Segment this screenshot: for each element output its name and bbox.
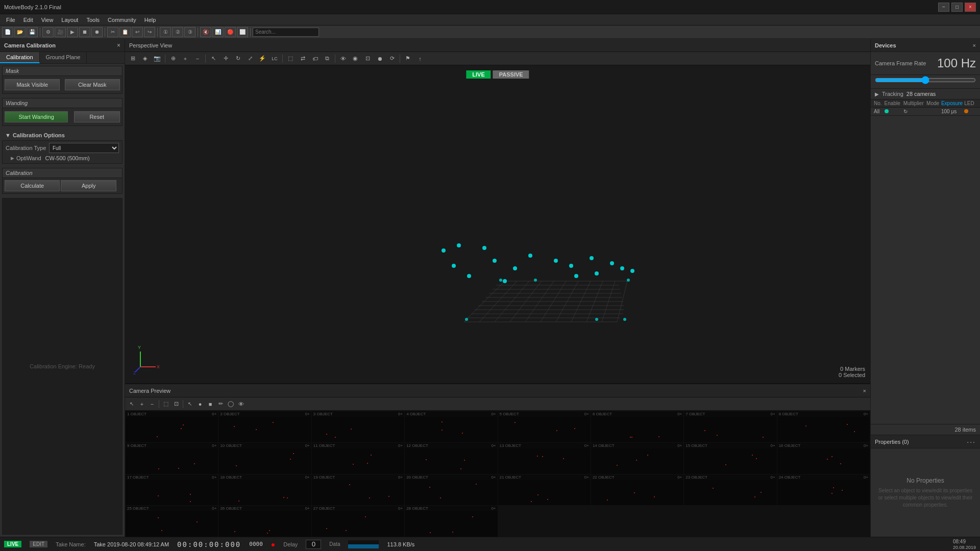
tb-btn-15[interactable]: 🔴 (225, 27, 236, 37)
mask-visible-button[interactable]: Mask Visible (5, 79, 60, 90)
cam-cell-body-27[interactable] (312, 511, 404, 537)
tb-btn-10[interactable]: ① (160, 27, 171, 37)
cam-cell-body-26[interactable] (218, 511, 311, 537)
tb-btn-7[interactable]: 📋 (119, 27, 131, 37)
close-left-panel-button[interactable]: × (117, 42, 120, 49)
cam-cell-body-1[interactable] (126, 417, 218, 442)
cp-zoom-in-button[interactable]: + (137, 399, 146, 409)
pv-extra-1[interactable]: ⚑ (402, 54, 413, 64)
pv-zoom-out[interactable]: − (192, 54, 203, 64)
cam-cell-body-12[interactable] (405, 448, 497, 474)
cp-edit-button[interactable]: ⊡ (172, 399, 181, 409)
reset-wanding-button[interactable]: Reset (74, 111, 120, 122)
cam-cell-body-18[interactable] (218, 480, 311, 506)
calibration-options-header[interactable]: ▼ Calibration Options (2, 130, 122, 140)
passive-button[interactable]: PASSIVE (493, 70, 529, 79)
open-button[interactable]: 📂 (14, 27, 26, 37)
tb-btn-16[interactable]: ⬜ (237, 27, 248, 37)
pv-camera-button[interactable]: 📷 (152, 54, 163, 64)
pv-sync-button[interactable]: ⇄ (297, 54, 308, 64)
frame-rate-slider[interactable] (875, 76, 976, 84)
cam-cell-body-6[interactable] (591, 417, 683, 442)
tb-btn-13[interactable]: 🔇 (200, 27, 211, 37)
close-devices-button[interactable]: × (973, 42, 976, 48)
cam-cell-body-14[interactable] (591, 448, 683, 474)
record-indicator[interactable]: ● (271, 540, 275, 548)
pv-grid-button[interactable]: ⊞ (127, 54, 138, 64)
pv-select-button[interactable]: ↖ (208, 54, 219, 64)
cam-cell-body-9[interactable] (126, 448, 218, 474)
cp-arrow-button[interactable]: ↖ (185, 399, 194, 409)
cp-zoom-out-button[interactable]: − (148, 399, 157, 409)
cam-cell-body-13[interactable] (498, 448, 591, 474)
cam-cell-body-21[interactable] (498, 480, 591, 506)
cam-cell-body-16[interactable] (777, 448, 870, 474)
tb-btn-11[interactable]: ② (172, 27, 183, 37)
properties-menu-button[interactable]: ··· (967, 438, 976, 446)
tb-btn-14[interactable]: 📊 (212, 27, 224, 37)
tb-btn-8[interactable]: ↩ (132, 27, 143, 37)
pv-track-button[interactable]: ⊡ (362, 54, 373, 64)
clear-mask-button[interactable]: Clear Mask (65, 79, 120, 90)
cam-cell-body-8[interactable] (777, 417, 870, 442)
cam-cell-body-22[interactable] (591, 480, 683, 506)
pv-scale-button[interactable]: ⤢ (244, 54, 256, 64)
cp-select-button[interactable]: ↖ (127, 399, 136, 409)
cam-cell-body-11[interactable] (312, 448, 404, 474)
menu-file[interactable]: File (2, 16, 19, 24)
delay-input[interactable]: 0 (306, 540, 321, 549)
cam-cell-body-5[interactable] (498, 417, 591, 442)
maximize-button[interactable]: □ (951, 3, 963, 12)
tb-btn-3[interactable]: ▶ (67, 27, 78, 37)
close-camera-preview-button[interactable]: × (863, 388, 866, 394)
tab-ground-plane[interactable]: Ground Plane (40, 52, 87, 63)
menu-help[interactable]: Help (140, 16, 160, 24)
apply-button[interactable]: Apply (61, 180, 116, 191)
pv-zoom-fit[interactable]: ⊕ (167, 54, 179, 64)
cp-circle-button[interactable]: ● (195, 399, 205, 409)
pv-extra-2[interactable]: ↑ (414, 54, 426, 64)
edit-status-badge[interactable]: EDIT (30, 541, 47, 547)
cp-pen-button[interactable]: ✏ (216, 399, 225, 409)
tab-calibration[interactable]: Calibration (0, 52, 40, 63)
cp-fullscreen-button[interactable]: ⬚ (161, 399, 170, 409)
cam-cell-body-4[interactable] (405, 417, 497, 442)
tb-btn-6[interactable]: ✂ (107, 27, 118, 37)
pv-zoom-in[interactable]: + (180, 54, 191, 64)
cam-cell-body-10[interactable] (218, 448, 311, 474)
pv-perspective-button[interactable]: ◈ (139, 54, 151, 64)
menu-community[interactable]: Community (104, 16, 140, 24)
pv-eye-button[interactable]: 👁 (337, 54, 349, 64)
tb-btn-1[interactable]: ⚙ (42, 27, 54, 37)
cam-cell-body-7[interactable] (684, 417, 776, 442)
cam-cell-body-15[interactable] (684, 448, 776, 474)
optiwand-option[interactable]: ▶ OptiWand CW-500 (500mm) (3, 154, 122, 162)
pv-move-button[interactable]: ✛ (220, 54, 231, 64)
cp-square-button[interactable]: ■ (206, 399, 215, 409)
tb-btn-5[interactable]: ⏺ (91, 27, 103, 37)
cam-cell-body-2[interactable] (218, 417, 311, 442)
menu-tools[interactable]: Tools (82, 16, 104, 24)
minimize-button[interactable]: − (938, 3, 949, 12)
pv-mode-button[interactable]: ⧉ (322, 54, 333, 64)
cam-cell-body-17[interactable] (126, 480, 218, 506)
live-button[interactable]: LIVE (466, 70, 491, 79)
cam-cell-body-24[interactable] (777, 480, 870, 506)
pv-wand-button[interactable]: ⚡ (257, 54, 268, 64)
tb-btn-12[interactable]: ③ (184, 27, 195, 37)
cam-cell-body-19[interactable] (312, 480, 404, 506)
tb-btn-2[interactable]: 🎥 (55, 27, 66, 37)
pv-rotate-button[interactable]: ↻ (232, 54, 243, 64)
cam-cell-body-25[interactable] (126, 511, 218, 537)
toolbar-search[interactable] (253, 28, 319, 37)
live-status-badge[interactable]: LIVE (4, 541, 21, 547)
menu-view[interactable]: View (37, 16, 58, 24)
pv-label-button[interactable]: 🏷 (309, 54, 321, 64)
menu-edit[interactable]: Edit (19, 16, 37, 24)
tb-btn-4[interactable]: ⏹ (79, 27, 90, 37)
pv-frame-button[interactable]: ⬚ (285, 54, 296, 64)
pv-lc-button[interactable]: LC (269, 54, 280, 64)
menu-layout[interactable]: Layout (57, 16, 82, 24)
close-button[interactable]: × (965, 3, 976, 12)
pv-filter-button[interactable]: ◉ (350, 54, 361, 64)
